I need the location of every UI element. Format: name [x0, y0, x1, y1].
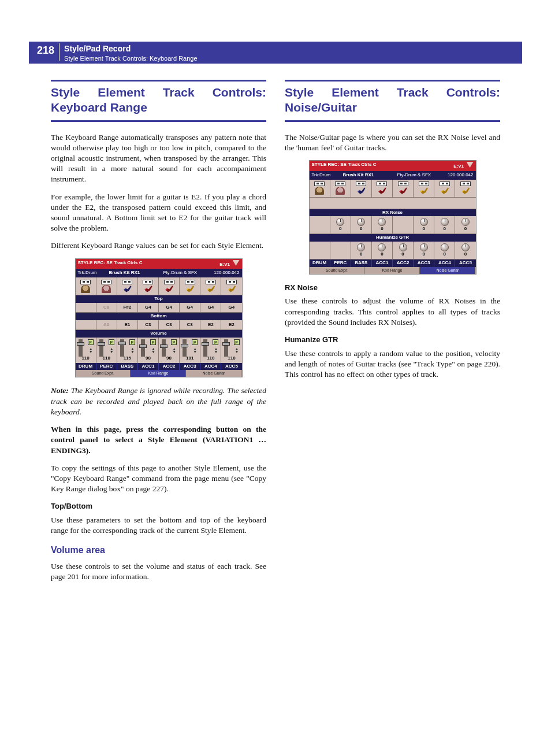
track-label[interactable]: ACC5 [455, 260, 475, 267]
track-label[interactable]: ACC4 [200, 363, 221, 370]
guitar-icon[interactable] [399, 187, 408, 195]
tab-kbd-range[interactable]: Kbd Range [364, 267, 420, 274]
guitar-icon[interactable] [185, 285, 195, 293]
rx-knob[interactable]: 0 [434, 216, 455, 234]
top-value[interactable]: C8 [96, 303, 117, 312]
bottom-value[interactable]: E2 [221, 320, 241, 329]
track-names: DRUM PERC BASS ACC1 ACC2 ACC3 ACC4 ACC5 [310, 260, 476, 267]
header-separator [59, 43, 59, 61]
bottom-value[interactable]: E1 [117, 320, 138, 329]
area-heading-volume: Volume area [51, 544, 266, 557]
bottom-value[interactable]: C3 [138, 320, 159, 329]
play-indicator[interactable]: P [192, 339, 198, 345]
volume-cell[interactable]: P▲▼110 [221, 338, 241, 363]
hum-knob[interactable]: 0 [414, 242, 434, 259]
tab-sound-expr[interactable]: Sound Expr. [76, 370, 131, 377]
hum-knob[interactable]: 0 [372, 242, 393, 259]
volume-cell[interactable]: P▲▼110 [200, 338, 221, 363]
volume-cell[interactable]: P▲▼98 [159, 338, 180, 363]
track-label[interactable]: ACC1 [372, 260, 393, 267]
hum-knob[interactable]: 0 [434, 242, 455, 259]
track-label[interactable]: ACC2 [393, 260, 414, 267]
tab-noise-guitar[interactable]: Noise Guitar [420, 267, 475, 274]
track-label[interactable]: ACC2 [159, 363, 180, 370]
guitar-icon[interactable] [206, 285, 215, 293]
drum-icon[interactable] [81, 285, 90, 293]
track-label[interactable]: DRUM [76, 363, 96, 370]
track-label[interactable]: ACC4 [434, 260, 455, 267]
play-indicator[interactable]: P [171, 339, 177, 345]
play-indicator[interactable]: P [234, 339, 240, 345]
bottom-value[interactable]: C3 [159, 320, 180, 329]
bottom-value[interactable] [76, 320, 96, 329]
play-indicator[interactable]: P [213, 339, 218, 345]
top-value[interactable]: F#2 [117, 303, 138, 312]
volume-cell[interactable]: P▲▼98 [138, 338, 159, 363]
menu-arrow-icon[interactable] [233, 260, 240, 266]
bass-icon[interactable] [356, 187, 366, 195]
tab-kbd-range[interactable]: Kbd Range [131, 370, 186, 377]
top-value[interactable]: G4 [180, 303, 200, 312]
track-label[interactable]: ACC3 [414, 260, 434, 267]
top-value[interactable]: G4 [138, 303, 159, 312]
top-value[interactable] [76, 303, 96, 312]
play-indicator[interactable]: P [150, 339, 156, 345]
guitar-icon[interactable] [143, 285, 152, 293]
guitar-icon[interactable] [165, 285, 174, 293]
track-label[interactable]: BASS [351, 260, 372, 267]
perc-icon[interactable] [102, 285, 111, 293]
bottom-value[interactable]: A0 [96, 320, 117, 329]
perc-icon[interactable] [336, 187, 345, 195]
guitar-icon[interactable] [419, 187, 429, 195]
hum-knob[interactable] [330, 242, 351, 259]
track-label[interactable]: ACC3 [180, 363, 200, 370]
drum-icon[interactable] [315, 187, 324, 195]
play-indicator[interactable]: P [109, 339, 114, 345]
top-value[interactable]: G4 [200, 303, 221, 312]
guitar-icon[interactable] [227, 285, 236, 293]
hum-knob[interactable] [310, 242, 330, 259]
guitar-icon[interactable] [440, 187, 449, 195]
rx-knob[interactable] [393, 216, 414, 234]
hum-knob[interactable]: 0 [393, 242, 414, 259]
volume-cell[interactable]: P▲▼101 [180, 338, 200, 363]
guitar-icon[interactable] [461, 187, 470, 195]
track-label[interactable]: ACC5 [221, 363, 241, 370]
usb-icon [80, 280, 91, 284]
paragraph: The Noise/Guitar page is where you can s… [285, 132, 500, 153]
bass-icon[interactable] [122, 285, 132, 293]
rx-knob[interactable]: 0 [372, 216, 393, 234]
bottom-value[interactable]: C3 [180, 320, 200, 329]
track-label[interactable]: PERC [330, 260, 351, 267]
top-value[interactable]: G4 [159, 303, 180, 312]
rx-knob[interactable]: 0 [414, 216, 434, 234]
shot-ev: E:V1 [219, 262, 230, 267]
play-indicator[interactable]: P [129, 339, 135, 345]
rx-knob[interactable]: 0 [351, 216, 372, 234]
volume-cell[interactable]: P▲▼110 [96, 338, 117, 363]
track-label[interactable]: BASS [117, 363, 138, 370]
track-label[interactable]: DRUM [310, 260, 330, 267]
volume-cell[interactable]: P▲▼115 [117, 338, 138, 363]
hum-knob[interactable]: 0 [455, 242, 475, 259]
volume-cell[interactable]: P▲▼110 [76, 338, 96, 363]
guitar-icon[interactable] [377, 187, 386, 195]
track-label[interactable]: ACC1 [138, 363, 159, 370]
rx-knob[interactable]: 0 [330, 216, 351, 234]
usb-icon [101, 280, 111, 284]
rx-knob[interactable] [310, 216, 330, 234]
rx-knob[interactable]: 0 [455, 216, 475, 234]
rx-noise-band: RX Noise [310, 209, 476, 217]
play-indicator[interactable]: P [88, 339, 94, 345]
hum-knob[interactable]: 0 [351, 242, 372, 259]
paragraph: Use these controls to adjust the volume … [285, 296, 500, 328]
track-label[interactable]: PERC [96, 363, 117, 370]
bottom-value[interactable]: E2 [200, 320, 221, 329]
menu-arrow-icon[interactable] [467, 162, 474, 168]
humanize-band: Humanize GTR [310, 234, 476, 242]
tab-sound-expr[interactable]: Sound Expr. [310, 267, 365, 274]
tab-noise-guitar[interactable]: Noise Guitar [186, 370, 241, 377]
usb-icon [419, 181, 429, 186]
top-value[interactable]: G4 [221, 303, 241, 312]
paragraph: Use these controls to apply a random val… [285, 349, 500, 380]
